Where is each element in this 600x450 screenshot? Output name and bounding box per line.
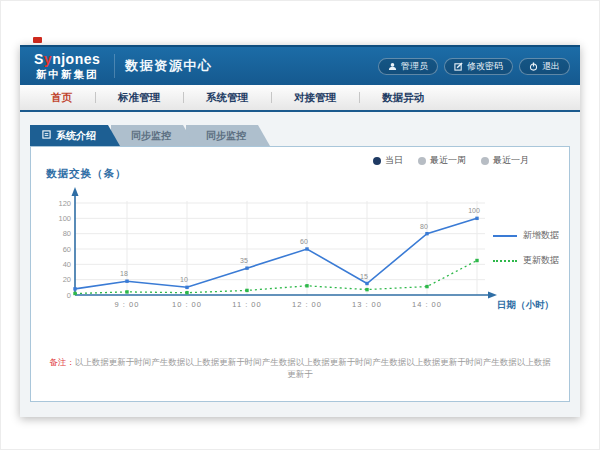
data-point-marker [365, 282, 368, 285]
document-icon [42, 130, 51, 141]
red-accent-mark [33, 37, 42, 43]
line-chart: 0204060801001209 : 0010 : 0011 : 0012 : … [37, 183, 565, 333]
series-line [75, 261, 477, 294]
x-tick-label: 9 : 00 [115, 300, 140, 309]
logout-button[interactable]: 退出 [519, 58, 570, 75]
time-range-filter: 当日最近一周最近一月 [373, 154, 529, 167]
data-point-marker [365, 288, 368, 291]
data-point-label: 60 [300, 238, 308, 245]
data-point-marker [185, 291, 188, 294]
data-point-marker [245, 266, 248, 269]
tab-3[interactable]: 同步监控 [186, 125, 270, 146]
time-range-label: 最近一月 [493, 154, 529, 167]
tab-bar: 系统介绍同步监控同步监控 [20, 112, 580, 146]
data-point-label: 100 [468, 207, 480, 214]
y-tick-label: 0 [67, 291, 71, 300]
data-point-marker [185, 286, 188, 289]
page: Synjones 新中新集团 数据资源中心 管理员 修改密码 [0, 0, 600, 450]
radio-dot-icon [418, 157, 426, 165]
footnote-text: 以上数据更新于时间产生数据以上数据更新于时间产生数据以上数据更新于时间产生数据以… [75, 357, 551, 379]
time-range-option-3[interactable]: 最近一月 [481, 154, 529, 167]
chart-legend: 新增数据更新数据 [493, 229, 559, 267]
tab-label: 系统介绍 [56, 129, 96, 143]
time-range-option-1[interactable]: 当日 [373, 154, 403, 167]
content-area: 系统介绍同步监控同步监控 当日最近一周最近一月 数据交换（条） 02040608… [20, 112, 580, 415]
x-axis-title: 日期（小时） [497, 299, 554, 311]
legend-item-1: 新增数据 [493, 229, 559, 242]
change-password-button[interactable]: 修改密码 [444, 58, 513, 75]
time-range-option-2[interactable]: 最近一周 [418, 154, 466, 167]
data-point-marker [245, 289, 248, 292]
logo-accent-letter: y [44, 51, 52, 67]
y-tick-label: 20 [63, 275, 71, 284]
footnote-prefix: 备注： [49, 357, 75, 367]
change-password-label: 修改密码 [467, 60, 503, 73]
header-divider [114, 54, 115, 78]
user-icon [388, 62, 397, 71]
nav-item-1[interactable]: 首页 [28, 85, 95, 110]
legend-swatch [493, 260, 517, 262]
nav-item-5[interactable]: 数据异动 [359, 85, 447, 110]
x-axis-arrow [488, 292, 497, 299]
series-line [75, 218, 477, 289]
y-tick-label: 40 [63, 260, 71, 269]
nav-item-2[interactable]: 标准管理 [95, 85, 183, 110]
brand-logo-wordmark: Synjones [34, 52, 100, 66]
tab-label: 同步监控 [206, 129, 246, 143]
data-point-marker [475, 217, 478, 220]
chart-panel: 当日最近一周最近一月 数据交换（条） 0204060801001209 : 00… [30, 146, 570, 402]
y-tick-label: 80 [63, 229, 71, 238]
gridlines [75, 201, 485, 295]
nav-item-4[interactable]: 对接管理 [271, 85, 359, 110]
y-axis-arrow [72, 187, 79, 196]
x-tick-label: 14 : 00 [412, 300, 442, 309]
x-tick-label: 11 : 00 [232, 300, 261, 309]
data-point-marker [73, 292, 76, 295]
x-tick-label: 12 : 00 [292, 300, 322, 309]
y-tick-label: 120 [58, 199, 71, 208]
page-title: 数据资源中心 [125, 57, 212, 75]
admin-user-label: 管理员 [401, 60, 428, 73]
logo-text: S [34, 51, 44, 67]
data-point-marker [475, 259, 478, 262]
logout-label: 退出 [542, 60, 560, 73]
tab-2[interactable]: 同步监控 [111, 125, 195, 146]
data-point-marker [125, 290, 128, 293]
header-actions: 管理员 修改密码 退出 [378, 58, 570, 75]
power-icon [529, 62, 538, 71]
data-point-marker [425, 232, 428, 235]
x-tick-label: 10 : 00 [172, 300, 202, 309]
edit-icon [454, 62, 463, 71]
main-nav: 首页标准管理系统管理对接管理数据异动 [20, 85, 580, 112]
brand-logo-cn: 新中新集团 [34, 69, 100, 80]
y-tick-label: 100 [58, 214, 71, 223]
data-point-marker [305, 284, 308, 287]
app-header: Synjones 新中新集团 数据资源中心 管理员 修改密码 [20, 45, 580, 85]
legend-label: 新增数据 [523, 229, 559, 242]
tab-label: 同步监控 [131, 129, 171, 143]
x-tick-label: 13 : 00 [352, 300, 382, 309]
logo-text: njones [52, 51, 100, 67]
data-point-label: 10 [180, 276, 188, 283]
data-point-label: 18 [120, 270, 128, 277]
legend-item-2: 更新数据 [493, 254, 559, 267]
data-point-marker [125, 280, 128, 283]
footnote: 备注：以上数据更新于时间产生数据以上数据更新于时间产生数据以上数据更新于时间产生… [49, 357, 551, 381]
time-range-label: 当日 [385, 154, 403, 167]
brand-logo: Synjones 新中新集团 [30, 52, 104, 80]
radio-dot-icon [373, 157, 381, 165]
y-tick-label: 60 [63, 245, 71, 254]
legend-label: 更新数据 [523, 254, 559, 267]
tab-1[interactable]: 系统介绍 [30, 125, 120, 146]
data-point-label: 15 [360, 273, 368, 280]
nav-item-3[interactable]: 系统管理 [183, 85, 271, 110]
app-window: Synjones 新中新集团 数据资源中心 管理员 修改密码 [20, 45, 580, 417]
data-point-marker [305, 247, 308, 250]
data-point-label: 35 [240, 257, 248, 264]
chart-y-axis-title: 数据交换（条） [46, 167, 127, 181]
data-point-marker [73, 287, 76, 290]
data-point-label: 80 [420, 223, 428, 230]
radio-dot-icon [481, 157, 489, 165]
data-point-marker [425, 285, 428, 288]
admin-user-button[interactable]: 管理员 [378, 58, 438, 75]
